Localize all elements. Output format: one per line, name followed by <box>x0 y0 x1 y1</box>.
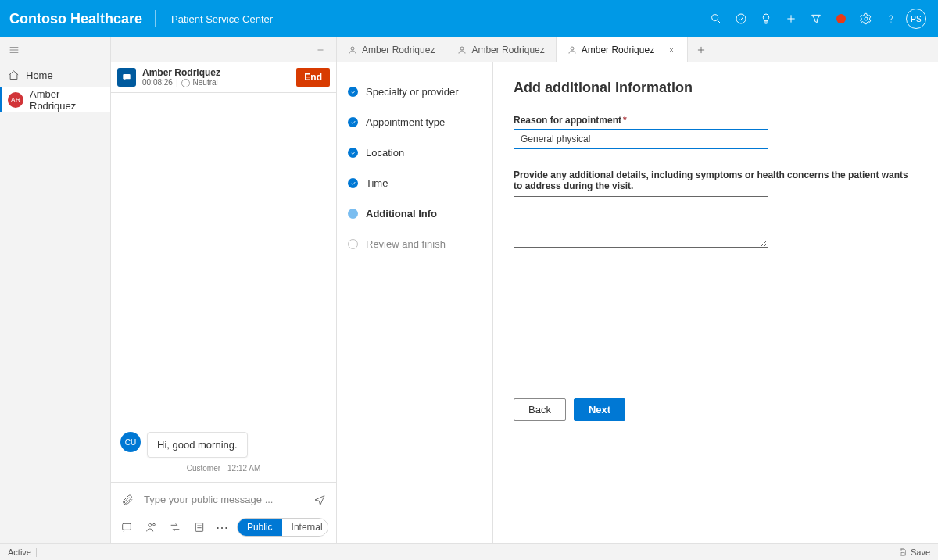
notes-icon[interactable] <box>192 519 208 536</box>
transfer-icon[interactable] <box>167 519 184 536</box>
session-name: Amber Rodriquez <box>142 67 290 78</box>
svg-point-13 <box>149 523 152 526</box>
send-icon[interactable] <box>311 491 328 508</box>
person-icon <box>457 45 467 55</box>
search-icon[interactable] <box>704 6 729 31</box>
svg-rect-11 <box>123 74 130 79</box>
session-duration: 00:08:26 <box>142 78 173 87</box>
step-location[interactable]: Location <box>348 137 482 168</box>
tab-amber-3[interactable]: Amber Rodriquez <box>557 37 688 62</box>
nav-session-label: Amber Rodriquez <box>30 88 102 112</box>
module-subtitle: Patient Service Center <box>159 13 273 25</box>
save-icon <box>898 548 908 557</box>
compose-input[interactable] <box>144 489 303 510</box>
status-bar: Active Save <box>0 543 938 560</box>
session-sentiment: Neutral <box>193 78 218 87</box>
svg-point-2 <box>736 14 746 23</box>
hamburger-icon[interactable] <box>0 37 110 62</box>
details-textarea[interactable] <box>514 196 768 248</box>
left-nav: Home AR Amber Rodriquez <box>0 37 111 543</box>
topbar: Contoso Healthcare Patient Service Cente… <box>0 0 938 37</box>
reason-input[interactable] <box>514 129 768 149</box>
svg-line-1 <box>718 20 720 23</box>
svg-rect-15 <box>196 523 203 532</box>
tab-amber-2[interactable]: Amber Rodriquez <box>446 37 556 62</box>
tab-label: Amber Rodriquez <box>582 45 654 55</box>
chat-channel-icon <box>117 68 136 87</box>
end-button[interactable]: End <box>296 68 330 87</box>
topbar-divider <box>155 10 156 27</box>
add-icon[interactable] <box>779 6 804 31</box>
customer-avatar: CU <box>120 432 141 452</box>
message-timestamp: Customer - 12:12 AM <box>120 464 327 473</box>
plus-icon <box>696 45 707 55</box>
filter-icon[interactable] <box>804 6 829 31</box>
settings-icon[interactable] <box>854 6 879 31</box>
wizard-stepper: Specialty or provider Appointment type L… <box>337 62 493 543</box>
form-content: Add additional information Reason for ap… <box>493 62 938 543</box>
svg-rect-25 <box>901 549 904 551</box>
close-icon[interactable] <box>667 45 676 55</box>
visibility-toggle: Public Internal <box>237 518 328 537</box>
svg-point-5 <box>865 17 868 20</box>
sentiment-neutral-icon <box>181 79 190 87</box>
session-card: Amber Rodriquez 00:08:26 | Neutral End <box>111 62 336 93</box>
back-button[interactable]: Back <box>514 398 566 421</box>
tab-strip: Amber Rodriquez Amber Rodriquez Amber Ro… <box>337 37 938 62</box>
person-icon <box>348 45 357 55</box>
home-icon <box>8 70 20 81</box>
conversation-panel: Amber Rodriquez 00:08:26 | Neutral End C… <box>111 37 337 543</box>
tab-amber-1[interactable]: Amber Rodriquez <box>337 37 446 62</box>
toggle-internal[interactable]: Internal <box>282 519 328 536</box>
record-indicator-icon[interactable] <box>829 6 854 31</box>
help-icon[interactable] <box>879 6 904 31</box>
svg-point-20 <box>571 47 574 50</box>
brand-title: Contoso Healthcare <box>9 11 155 27</box>
nav-session-amber[interactable]: AR Amber Rodriquez <box>0 87 110 112</box>
user-avatar[interactable]: PS <box>904 6 929 31</box>
form-title: Add additional information <box>514 80 918 96</box>
attach-icon[interactable] <box>119 491 136 508</box>
toggle-public[interactable]: Public <box>238 519 282 536</box>
message-list[interactable]: CU Hi, good morning. Customer - 12:12 AM <box>111 93 336 482</box>
tab-label: Amber Rodriquez <box>362 45 435 55</box>
svg-point-6 <box>890 21 891 22</box>
step-time[interactable]: Time <box>348 168 482 198</box>
more-options-icon[interactable]: ⋯ <box>216 520 229 535</box>
save-button[interactable]: Save <box>898 548 930 557</box>
tab-label: Amber Rodriquez <box>471 45 544 55</box>
svg-point-18 <box>351 47 354 50</box>
conversation-header <box>111 37 336 62</box>
consult-icon[interactable] <box>143 519 159 536</box>
step-specialty[interactable]: Specialty or provider <box>348 77 482 107</box>
step-review-finish[interactable]: Review and finish <box>348 229 482 259</box>
main-area: Amber Rodriquez Amber Rodriquez Amber Ro… <box>337 37 938 543</box>
message-bubble: Hi, good morning. <box>147 432 248 458</box>
svg-point-0 <box>712 15 718 21</box>
svg-point-19 <box>460 47 464 50</box>
nav-home[interactable]: Home <box>0 62 110 87</box>
reason-label: Reason for appointment* <box>514 115 918 126</box>
step-additional-info[interactable]: Additional Info <box>348 198 482 229</box>
status-text: Active <box>8 548 31 557</box>
compose-area: ⋯ Public Internal <box>111 482 336 543</box>
next-button[interactable]: Next <box>574 398 625 421</box>
session-avatar: AR <box>8 92 23 108</box>
minimize-icon[interactable] <box>311 41 330 59</box>
quick-reply-icon[interactable] <box>119 519 135 536</box>
details-label: Provide any additional details, includin… <box>514 169 918 191</box>
svg-point-14 <box>153 523 156 526</box>
message-row: CU Hi, good morning. <box>120 432 327 458</box>
lightbulb-icon[interactable] <box>754 6 779 31</box>
svg-rect-12 <box>123 523 131 530</box>
task-check-icon[interactable] <box>729 6 754 31</box>
svg-rect-26 <box>901 552 904 555</box>
step-appointment-type[interactable]: Appointment type <box>348 107 482 137</box>
nav-home-label: Home <box>26 70 53 81</box>
person-icon <box>567 45 577 55</box>
new-tab-button[interactable] <box>688 37 714 62</box>
